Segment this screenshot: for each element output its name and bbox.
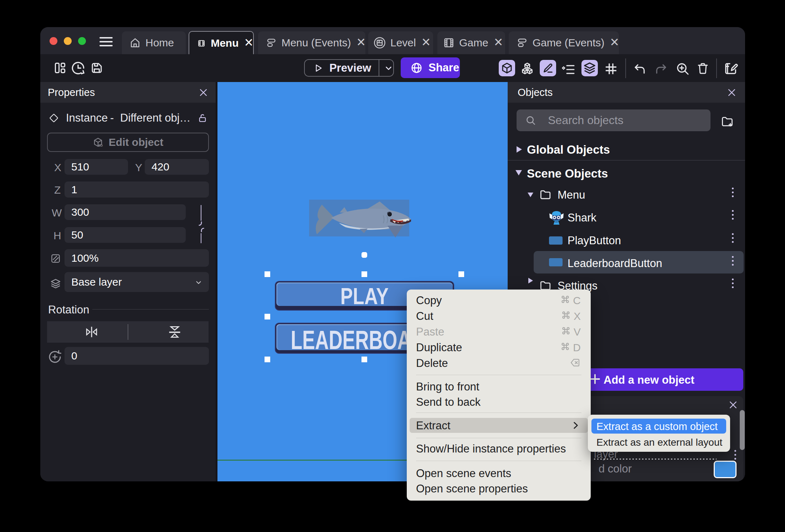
svg-text:2D: 2D: [98, 144, 103, 147]
